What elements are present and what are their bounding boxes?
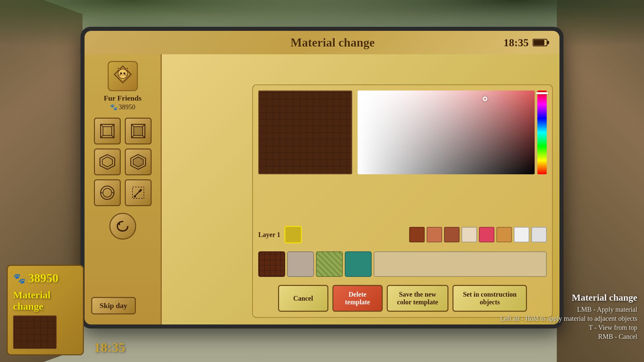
- swatch-6[interactable]: [514, 227, 529, 242]
- sidebar: Fur Friends 🐾 38950: [85, 54, 162, 324]
- skip-day-button[interactable]: Skip day: [91, 297, 136, 314]
- layer-row: Layer 1: [258, 223, 547, 246]
- swatch-2[interactable]: [444, 227, 460, 242]
- undo-button[interactable]: [109, 213, 136, 240]
- picker-top-row: [258, 90, 547, 218]
- texture-2[interactable]: [316, 251, 343, 277]
- hint-rmb: RMB - Cancel: [500, 333, 637, 341]
- avatar: [108, 61, 138, 91]
- device-screen: Material change 18:35: [85, 31, 559, 324]
- color-picker-panel: Layer 1: [252, 84, 553, 318]
- swatch-7[interactable]: [531, 227, 547, 242]
- header-bar: Material change 18:35: [85, 31, 559, 54]
- profile-section: Fur Friends 🐾 38950: [104, 61, 142, 111]
- swatch-4[interactable]: [479, 227, 494, 242]
- main-content: Layer 1: [162, 54, 559, 324]
- nav-button-5[interactable]: [94, 179, 121, 206]
- hint-t: T - View from top: [500, 324, 637, 331]
- nav-button-2[interactable]: [125, 118, 152, 144]
- nav-grid: [87, 118, 158, 206]
- swatch-0[interactable]: [409, 227, 425, 242]
- hud-time: 18:35: [94, 340, 125, 355]
- gradient-picker-wrapper[interactable]: [358, 90, 547, 174]
- svg-point-32: [103, 188, 112, 197]
- device-frame: Material change 18:35: [80, 27, 564, 328]
- hud-label: Material change: [13, 289, 77, 312]
- texture-3[interactable]: [345, 251, 372, 277]
- gradient-box[interactable]: [358, 90, 535, 174]
- svg-rect-22: [134, 127, 143, 135]
- nav-button-3[interactable]: [94, 148, 121, 175]
- svg-rect-16: [103, 127, 112, 135]
- hints-panel: Material change LMB - Apply material Lef…: [500, 292, 637, 342]
- swatch-1[interactable]: [427, 227, 442, 242]
- hud-paw-icon: 🐾: [13, 273, 25, 284]
- layer-label: Layer 1: [258, 231, 280, 239]
- header-time: 18:35: [503, 37, 529, 49]
- texture-0[interactable]: [258, 251, 285, 277]
- svg-point-10: [122, 75, 123, 76]
- delete-template-button[interactable]: Deletetemplate: [332, 285, 383, 312]
- hue-slider[interactable]: [537, 90, 547, 174]
- hint-alt: Left alt - Hold to apply material to adj…: [500, 315, 637, 322]
- nav-button-4[interactable]: [125, 148, 152, 175]
- hud-coins-row: 🐾 38950: [13, 271, 77, 285]
- header-title: Material change: [162, 36, 503, 50]
- layer-color-box[interactable]: [284, 226, 302, 243]
- hud-material-preview: [13, 315, 57, 349]
- hue-cursor: [536, 92, 548, 94]
- profile-coins: 🐾 38950: [110, 103, 136, 111]
- nav-button-1[interactable]: [94, 118, 121, 144]
- svg-point-9: [123, 72, 125, 74]
- swatch-3[interactable]: [462, 227, 477, 242]
- texture-row: [258, 251, 547, 278]
- nav-button-pencil[interactable]: [125, 179, 152, 206]
- texture-4[interactable]: [374, 251, 547, 277]
- save-color-template-button[interactable]: Save the newcolor template: [387, 285, 448, 312]
- svg-point-8: [120, 72, 122, 74]
- bottom-hud: 🐾 38950 Material change: [7, 265, 84, 355]
- material-preview: [258, 90, 352, 174]
- color-palette: [409, 227, 547, 242]
- hints-title: Material change: [500, 292, 637, 303]
- hud-panel: 🐾 38950 Material change: [7, 265, 84, 355]
- paw-icon: 🐾: [110, 104, 117, 111]
- svg-marker-30: [133, 157, 143, 167]
- svg-marker-28: [102, 157, 112, 167]
- texture-1[interactable]: [287, 251, 314, 277]
- svg-rect-2: [534, 40, 544, 45]
- hint-lmb: LMB - Apply material: [500, 306, 637, 313]
- battery-icon: [533, 38, 549, 47]
- cancel-button[interactable]: Cancel: [278, 285, 328, 312]
- svg-rect-1: [547, 41, 549, 44]
- profile-name: Fur Friends: [104, 94, 142, 103]
- hud-coins-value: 38950: [28, 271, 58, 285]
- swatch-5[interactable]: [496, 227, 512, 242]
- picker-cursor: [483, 97, 487, 101]
- svg-rect-38: [134, 195, 136, 197]
